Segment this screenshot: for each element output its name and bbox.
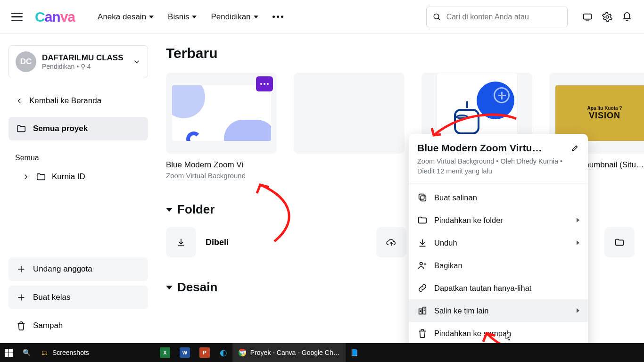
card-more-button[interactable]	[256, 76, 273, 91]
chevron-down-icon	[166, 286, 173, 289]
back-label: Kembali ke Beranda	[29, 96, 101, 106]
taskbar-app-powerpoint[interactable]: P	[195, 343, 215, 362]
hamburger-menu-icon[interactable]	[11, 13, 23, 21]
copy-icon	[417, 192, 428, 203]
svg-rect-20	[423, 307, 426, 314]
folder-icon: 🗂	[40, 348, 49, 357]
team-name: DAFTARILMU CLASS	[42, 53, 124, 63]
thumb-text-top: Apa Itu Kuota ?	[587, 106, 622, 111]
chevron-down-icon	[132, 58, 141, 66]
edge-icon: ◐	[219, 348, 228, 357]
present-icon[interactable]	[582, 11, 593, 23]
taskbar-app-screenshots[interactable]: 🗂Screenshots	[35, 343, 94, 362]
design-thumb	[166, 73, 277, 154]
svg-rect-13	[419, 194, 424, 199]
global-search[interactable]	[426, 7, 568, 27]
card-sub: Zoom Virtual Background	[166, 172, 277, 180]
taskbar-app-excel[interactable]: X	[155, 343, 175, 362]
more-dots-icon	[272, 16, 283, 18]
trash-icon	[16, 321, 26, 331]
chevron-right-icon	[577, 218, 579, 222]
trash-button[interactable]: Sampah	[8, 314, 148, 337]
menu-label: Dapatkan tautan hanya-lihat	[434, 284, 531, 293]
link-icon	[417, 283, 428, 293]
svg-point-0	[434, 14, 439, 19]
download-icon	[417, 238, 428, 248]
topnav-more[interactable]	[272, 12, 283, 22]
chevron-down-icon	[254, 16, 258, 18]
back-to-home[interactable]: Kembali ke Beranda	[8, 91, 148, 110]
menu-item-move-folder[interactable]: Pindahkan ke folder	[409, 209, 588, 231]
card-title: Blue Modern Zoom Vi	[166, 160, 277, 170]
menu-item-copy-to-team[interactable]: Salin ke tim lain	[409, 299, 588, 322]
menu-item-download[interactable]: Unduh	[409, 231, 588, 254]
folder-tile-icon	[166, 227, 196, 257]
menu-item-view-link[interactable]: Dapatkan tautan hanya-lihat	[409, 277, 588, 299]
svg-rect-12	[421, 196, 426, 201]
book-icon: 📘	[350, 348, 359, 357]
menu-label: Bagikan	[434, 261, 462, 270]
taskbar-search[interactable]: 🔍	[17, 343, 35, 362]
windows-logo-icon	[5, 349, 13, 357]
folder-icon	[614, 237, 625, 247]
cloud-upload-icon	[386, 237, 396, 247]
topnav-item-business[interactable]: Bisnis	[168, 12, 197, 22]
create-class-button[interactable]: Buat kelas	[8, 286, 148, 309]
folder-tile-more[interactable]	[604, 227, 635, 257]
search-input[interactable]	[446, 13, 561, 21]
folder-tile-purchased[interactable]: Dibeli	[166, 227, 229, 257]
folder-icon	[16, 123, 26, 134]
sidebar-tree-item[interactable]: Kurnia ID	[8, 166, 148, 188]
taskbar-app-word[interactable]: W	[175, 343, 195, 362]
canva-logo[interactable]: Canva	[35, 9, 75, 25]
pencil-edit-icon[interactable]	[571, 144, 579, 152]
chevron-right-icon	[577, 240, 579, 245]
create-class-label: Buat kelas	[33, 293, 70, 302]
topnav-label: Pendidikan	[211, 12, 250, 22]
thumb-text-logo: VISION	[589, 111, 620, 121]
team-text: DAFTARILMU CLASS Pendidikan • ⚲ 4	[42, 53, 124, 70]
menu-item-move-trash[interactable]: Pindahkan ke sampah	[409, 322, 588, 343]
svg-rect-2	[584, 14, 592, 19]
invite-label: Undang anggota	[33, 264, 92, 274]
team-switcher[interactable]: DC DAFTARILMU CLASS Pendidikan • ⚲ 4	[8, 45, 148, 78]
start-button[interactable]	[0, 343, 17, 362]
gear-icon[interactable]	[602, 11, 613, 23]
svg-point-27	[241, 352, 243, 354]
sidebar-item-label: Semua proyek	[33, 124, 88, 133]
popover-title: Blue Modern Zoom Virtu…	[417, 142, 566, 154]
menu-label: Salin ke tim lain	[434, 306, 489, 315]
plus-icon	[16, 264, 26, 274]
folder-label: Dibeli	[206, 238, 229, 247]
tree-item-label: Kurnia ID	[52, 172, 85, 181]
bell-icon[interactable]	[621, 11, 633, 23]
svg-line-1	[438, 18, 440, 20]
folder-tile-icon	[604, 227, 635, 257]
trash-label: Sampah	[33, 321, 63, 330]
buildings-icon	[417, 305, 428, 316]
topbar: Canva Aneka desain Bisnis Pendidikan	[0, 0, 644, 34]
trash-icon	[417, 328, 428, 338]
topnav-item-designs[interactable]: Aneka desain	[98, 12, 154, 22]
menu-item-make-copy[interactable]: Buat salinan	[409, 186, 588, 209]
svg-point-4	[606, 16, 609, 18]
sidebar-item-all-projects[interactable]: Semua proyek	[8, 117, 148, 140]
taskbar-app-notes[interactable]: 📘	[346, 343, 363, 362]
menu-label: Pindahkan ke sampah	[434, 329, 511, 338]
menu-item-share[interactable]: Bagikan	[409, 254, 588, 277]
team-sub: Pendidikan • ⚲ 4	[42, 63, 124, 70]
taskbar-app-chrome-active[interactable]: Proyek - Canva - Google Ch…	[232, 343, 346, 362]
taskbar-app-edge[interactable]: ◐	[215, 343, 232, 362]
windows-taskbar: 🔍 🗂Screenshots X W P ◐ Proyek - Canva - …	[0, 343, 644, 362]
search-icon	[432, 12, 442, 22]
popover-header: Blue Modern Zoom Virtu… Zoom Virtual Bac…	[409, 134, 588, 183]
invite-members-button[interactable]: Undang anggota	[8, 257, 148, 281]
sidebar-bottom: Undang anggota Buat kelas Sampah	[8, 257, 148, 337]
design-card[interactable]	[294, 73, 405, 180]
chevron-right-icon	[22, 173, 30, 181]
mouse-cursor	[504, 332, 512, 341]
svg-point-16	[420, 263, 423, 265]
design-card[interactable]: Blue Modern Zoom Vi Zoom Virtual Backgro…	[166, 73, 277, 180]
chevron-down-icon	[192, 16, 197, 18]
topnav-item-education[interactable]: Pendidikan	[211, 12, 258, 22]
